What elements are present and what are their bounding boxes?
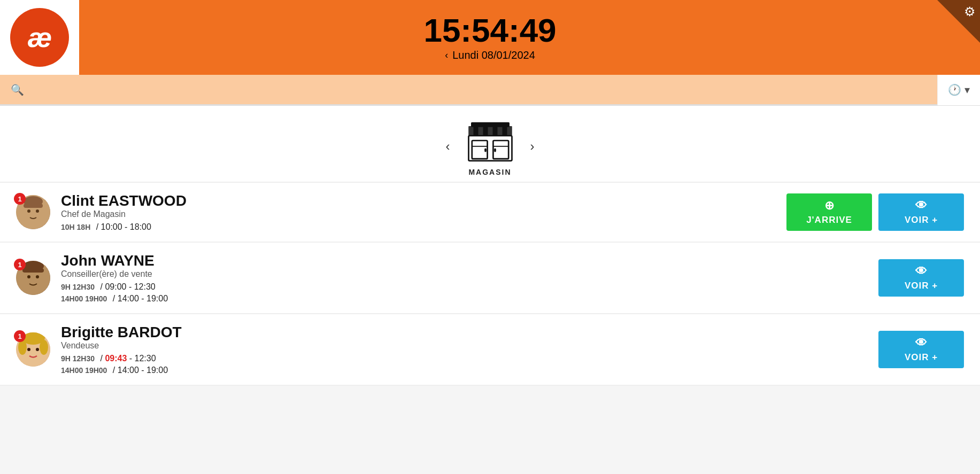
- search-input-wrap[interactable]: 🔍: [0, 75, 937, 104]
- schedule-sep: /: [96, 222, 101, 231]
- employee-schedule-clint: 10H 18H / 10:00 - 18:00: [61, 222, 786, 232]
- employee-list: 1 Clint EASTWOOD Chef de Magasin 10H 18H…: [0, 183, 980, 386]
- svg-point-22: [36, 275, 39, 278]
- voir-label-brigitte: VOIR +: [905, 352, 938, 363]
- schedule-label1-john: 9H 12H30: [61, 283, 95, 291]
- employee-actions-john: 👁 VOIR +: [878, 259, 964, 297]
- svg-rect-5: [507, 126, 512, 136]
- svg-rect-10: [484, 148, 487, 152]
- search-input[interactable]: [29, 84, 927, 95]
- schedule-time2-john: 14:00 - 19:00: [118, 294, 168, 303]
- employee-row-john: 1 John WAYNE Conseiller(ère) de vente 9H…: [0, 243, 980, 314]
- svg-rect-3: [488, 126, 492, 136]
- date-text: Lundi 08/01/2024: [452, 49, 535, 61]
- employee-schedule1-brigitte: 9H 12H30 / 09:43 - 12:30: [61, 354, 878, 363]
- schedule-time1-john: 09:00 - 12:30: [105, 282, 155, 291]
- logo: æ: [0, 0, 79, 75]
- svg-rect-11: [494, 148, 496, 152]
- svg-point-28: [27, 348, 30, 351]
- badge-brigitte: 1: [14, 330, 26, 342]
- svg-point-26: [18, 340, 27, 355]
- avatar-wrap-john: 1: [16, 261, 50, 295]
- clock-button[interactable]: 🕐 ▾: [937, 74, 980, 105]
- voir-icon-john: 👁: [915, 265, 928, 278]
- svg-rect-6: [471, 122, 510, 127]
- avatar-wrap-brigitte: 1: [16, 332, 50, 367]
- schedule-label2-brigitte: 14H00 19H00: [61, 366, 107, 375]
- employee-schedule1-john: 9H 12H30 / 09:00 - 12:30: [61, 282, 878, 292]
- employee-name-brigitte: Brigitte BARDOT: [61, 324, 878, 341]
- voir-icon-brigitte: 👁: [915, 336, 928, 350]
- employee-actions-brigitte: 👁 VOIR +: [878, 331, 964, 368]
- schedule-time2-brigitte: 14:00 - 19:00: [118, 366, 168, 375]
- employee-row: 1 Clint EASTWOOD Chef de Magasin 10H 18H…: [0, 183, 980, 243]
- search-icon: 🔍: [11, 83, 24, 96]
- employee-role-john: Conseiller(ère) de vente: [61, 269, 878, 279]
- employee-schedule2-john: 14H00 19H00 / 14:00 - 19:00: [61, 294, 878, 304]
- voir-label-john: VOIR +: [905, 281, 938, 291]
- badge-john: 1: [14, 259, 26, 270]
- voir-button-clint[interactable]: 👁 VOIR +: [878, 193, 964, 231]
- employee-role-brigitte: Vendeuse: [61, 341, 878, 351]
- voir-button-john[interactable]: 👁 VOIR +: [878, 259, 964, 297]
- svg-point-21: [27, 275, 30, 278]
- badge-clint: 1: [14, 193, 26, 205]
- svg-rect-23: [22, 268, 44, 273]
- svg-point-16: [27, 209, 30, 213]
- logo-circle: æ: [10, 8, 69, 67]
- clock-display: 15:54:49: [423, 14, 556, 47]
- arrive-icon: ⊕: [824, 199, 835, 213]
- store-next-arrow[interactable]: ›: [514, 139, 551, 154]
- svg-point-17: [36, 209, 39, 213]
- store-nav: ‹ MAGASIN: [0, 106, 980, 183]
- arrive-button-clint[interactable]: ⊕ J'ARRIVE: [786, 193, 872, 231]
- store-icon: [466, 116, 514, 165]
- employee-schedule2-brigitte: 14H00 19H00 / 14:00 - 19:00: [61, 366, 878, 375]
- schedule-time-red-brigitte: 09:43: [105, 354, 127, 363]
- employee-info-clint: Clint EASTWOOD Chef de Magasin 10H 18H /…: [61, 192, 786, 232]
- svg-rect-2: [478, 126, 483, 136]
- store-prev-arrow[interactable]: ‹: [430, 139, 466, 154]
- schedule-label1-brigitte: 9H 12H30: [61, 354, 95, 363]
- schedule-sep2-john: /: [113, 294, 118, 303]
- employee-name-clint: Clint EASTWOOD: [61, 192, 786, 209]
- clock-dropdown-arrow: ▾: [964, 83, 970, 96]
- schedule-time-clint: 10:00 - 18:00: [101, 222, 151, 231]
- employee-info-john: John WAYNE Conseiller(ère) de vente 9H 1…: [61, 252, 878, 304]
- svg-rect-18: [24, 204, 43, 208]
- schedule-label2-john: 14H00 19H00: [61, 294, 107, 303]
- gear-icon[interactable]: ⚙: [964, 4, 976, 19]
- employee-row-brigitte: 1 Brigitte BARDOT Vendeuse 9H 12H30 / 09…: [0, 314, 980, 386]
- svg-rect-1: [468, 126, 473, 136]
- svg-point-27: [40, 340, 48, 355]
- employee-actions-clint: ⊕ J'ARRIVE 👁 VOIR +: [786, 193, 964, 231]
- date-prev-arrow[interactable]: ‹: [445, 50, 448, 61]
- header: æ 15:54:49 ‹ Lundi 08/01/2024 ⚙: [0, 0, 980, 75]
- svg-rect-4: [497, 126, 502, 136]
- voir-button-brigitte[interactable]: 👁 VOIR +: [878, 331, 964, 368]
- logo-text: æ: [27, 21, 52, 53]
- svg-point-29: [36, 348, 39, 351]
- store-label: MAGASIN: [468, 168, 511, 176]
- store-icon-wrap: MAGASIN: [466, 116, 514, 176]
- arrive-label: J'ARRIVE: [806, 215, 852, 226]
- settings-corner: ⚙: [937, 0, 980, 43]
- search-bar: 🔍 🕐 ▾: [0, 75, 980, 106]
- clock-icon: 🕐: [948, 83, 961, 96]
- employee-role-clint: Chef de Magasin: [61, 209, 786, 219]
- voir-label: VOIR +: [905, 215, 938, 226]
- schedule-sep2-brigitte: /: [113, 366, 118, 375]
- voir-icon: 👁: [915, 199, 928, 213]
- schedule-label-clint: 10H 18H: [61, 223, 90, 231]
- schedule-time-end-brigitte: - 12:30: [129, 354, 156, 363]
- date-display: ‹ Lundi 08/01/2024: [423, 49, 556, 61]
- header-center: 15:54:49 ‹ Lundi 08/01/2024: [423, 14, 556, 61]
- employee-name-john: John WAYNE: [61, 252, 878, 269]
- avatar-wrap-clint: 1: [16, 195, 50, 229]
- employee-info-brigitte: Brigitte BARDOT Vendeuse 9H 12H30 / 09:4…: [61, 324, 878, 375]
